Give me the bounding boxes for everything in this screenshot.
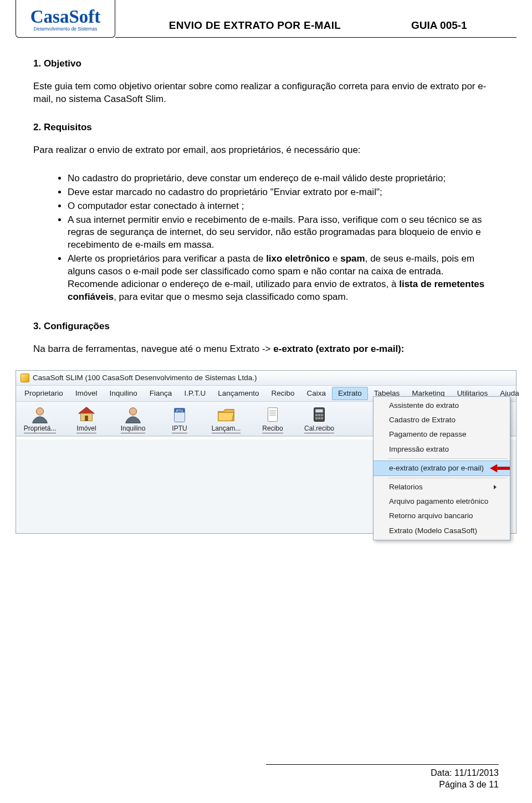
- req-item-1: No cadastro do proprietário, deve consta…: [68, 172, 499, 185]
- footer: Data: 11/11/2013 Página 3 de 11: [33, 764, 499, 791]
- menu-fiana[interactable]: Fiança: [144, 387, 178, 400]
- toolbar-recibo[interactable]: Recibo: [254, 405, 291, 433]
- toolbar-icon: [262, 405, 283, 424]
- dropdown-label: Cadastro de Extrato: [389, 415, 456, 425]
- req-item-2: Deve estar marcado no cadastro do propri…: [68, 186, 499, 199]
- svg-rect-17: [321, 417, 323, 420]
- dropdown-item[interactable]: Pagamento de repasse: [374, 427, 510, 442]
- app-icon: [21, 374, 29, 382]
- toolbar-propriet[interactable]: Proprietá...: [22, 405, 58, 433]
- menu-imvel[interactable]: Imóvel: [69, 387, 104, 400]
- toolbar-label: Inquilino: [121, 425, 146, 433]
- requirements-list: No cadastro do proprietário, deve consta…: [33, 172, 499, 304]
- svg-rect-11: [315, 410, 323, 413]
- content-area: 1. Objetivo Este guia tem como objetivo …: [0, 38, 532, 356]
- doc-code: GUIA 005-1: [395, 7, 516, 38]
- dropdown-item[interactable]: Arquivo pagamento eletrônico: [374, 494, 510, 509]
- dropdown-label: e-extrato (extrato por e-mail): [389, 463, 484, 473]
- logo-box: CasaSoft Desenvolvimento de Sistemas: [16, 0, 115, 38]
- toolbar-label: Imóvel: [76, 425, 96, 433]
- footer-rule: [266, 764, 499, 765]
- dropdown-label: Retorno arquivo bancario: [389, 511, 473, 521]
- menu-lanamento[interactable]: Lançamento: [212, 387, 265, 400]
- doc-header: CasaSoft Desenvolvimento de Sistemas ENV…: [0, 0, 532, 38]
- footer-date: Data: 11/11/2013: [33, 767, 499, 779]
- svg-rect-1: [85, 416, 88, 421]
- svg-point-0: [36, 408, 43, 415]
- toolbar-icon: IPTU: [169, 405, 190, 424]
- toolbar-calrecibo[interactable]: Cal.recibo: [301, 405, 337, 433]
- section-1-text: Este guia tem como objetivo orientar sob…: [33, 80, 499, 106]
- dropdown-item[interactable]: Cadastro de Extrato: [374, 413, 510, 427]
- req5-part-f: Recomende adicionar o endereço de e-mail…: [68, 279, 399, 289]
- svg-rect-18: [497, 467, 510, 470]
- toolbar-label: IPTU: [172, 425, 187, 433]
- dropdown-label: Extrato (Modelo CasaSoft): [389, 526, 477, 536]
- toolbar-icon: [122, 405, 144, 424]
- svg-point-2: [129, 408, 136, 415]
- req5-line2: Recomende adicionar o endereço de e-mail…: [68, 278, 499, 304]
- logo-name: CasaSoft: [30, 9, 101, 25]
- dropdown-separator: [388, 458, 508, 459]
- footer-page-total: 11: [489, 780, 499, 789]
- toolbar-lanam[interactable]: Lançam...: [208, 405, 244, 433]
- menu-caixa[interactable]: Caixa: [301, 387, 332, 400]
- dropdown-item[interactable]: Relatorios: [374, 480, 510, 494]
- dropdown-label: Impressão extrato: [389, 444, 449, 454]
- footer-page-num: 3: [469, 780, 474, 789]
- req5-part-c: e: [330, 253, 340, 264]
- toolbar-icon: [29, 405, 50, 424]
- window-title: CasaSoft SLIM (100 CasaSoft Desenvolvime…: [33, 373, 257, 383]
- toolbar-imvel[interactable]: Imóvel: [68, 405, 105, 433]
- req-item-5: Alerte os proprietários para verificar a…: [68, 253, 499, 304]
- logo-subtitle: Desenvolvimento de Sistemas: [34, 26, 97, 32]
- toolbar-label: Cal.recibo: [304, 425, 334, 433]
- highlight-arrow-icon: [490, 464, 511, 473]
- section-3-heading: 3. Configurações: [33, 320, 499, 333]
- svg-rect-14: [321, 414, 323, 416]
- s3-bold: e-extrato (extrato por e-mail):: [273, 344, 404, 354]
- dropdown-item[interactable]: e-extrato (extrato por e-mail): [374, 461, 510, 476]
- dropdown-item[interactable]: Retorno arquivo bancario: [374, 509, 510, 523]
- footer-page-label: Página: [439, 780, 469, 789]
- section-2-intro: Para realizar o envio de extrato por ema…: [33, 144, 499, 157]
- section-3-text: Na barra de ferramentas, navegue até o m…: [33, 343, 499, 356]
- doc-title: ENVIO DE EXTRATO POR E-MAIL: [115, 7, 395, 38]
- s3-part-a: Na barra de ferramentas, navegue até o m…: [33, 344, 273, 354]
- extrato-dropdown: Assistente do extratoCadastro de Extrato…: [373, 396, 510, 540]
- req-item-3: O computador estar conectado à internet …: [68, 200, 499, 213]
- footer-page: Página 3 de 11: [33, 779, 499, 791]
- dropdown-label: Pagamento de repasse: [389, 429, 467, 439]
- section-2-heading: 2. Requisitos: [33, 121, 499, 134]
- dropdown-label: Relatorios: [389, 482, 423, 492]
- svg-rect-12: [315, 414, 318, 416]
- toolbar-label: Lançam...: [212, 425, 241, 433]
- menu-inquilino[interactable]: Inquilino: [104, 387, 144, 400]
- svg-rect-6: [268, 408, 277, 422]
- dropdown-separator: [388, 478, 508, 478]
- dropdown-item[interactable]: Extrato (Modelo CasaSoft): [374, 524, 510, 538]
- dropdown-label: Assistente do extrato: [389, 401, 459, 411]
- svg-rect-13: [318, 414, 320, 416]
- toolbar-iptu[interactable]: IPTUIPTU: [161, 405, 198, 433]
- svg-text:IPTU: IPTU: [176, 410, 183, 413]
- req5-part-a: Alerte os proprietários para verificar a…: [68, 253, 266, 264]
- svg-rect-15: [315, 417, 318, 420]
- dropdown-item[interactable]: Assistente do extrato: [374, 398, 510, 413]
- svg-rect-16: [318, 417, 320, 420]
- footer-page-of: de: [474, 780, 489, 789]
- req5-bold-spam: spam: [340, 253, 365, 264]
- menu-iptu[interactable]: I.P.T.U: [178, 387, 212, 400]
- section-1-heading: 1. Objetivo: [33, 58, 499, 70]
- submenu-arrow-icon: [494, 485, 497, 489]
- toolbar-icon: [309, 405, 330, 424]
- toolbar-inquilino[interactable]: Inquilino: [115, 405, 151, 433]
- dropdown-item[interactable]: Impressão extrato: [374, 442, 510, 457]
- menu-recibo[interactable]: Recibo: [265, 387, 300, 400]
- req5-bold-lixo: lixo eletrônico: [266, 253, 330, 264]
- menu-proprietario[interactable]: Proprietario: [18, 387, 69, 400]
- toolbar-icon: [216, 405, 237, 424]
- dropdown-label: Arquivo pagamento eletrônico: [389, 497, 488, 507]
- menu-extrato[interactable]: Extrato: [332, 387, 368, 400]
- req5-part-h: , para evitar que o mesmo seja classific…: [114, 291, 348, 302]
